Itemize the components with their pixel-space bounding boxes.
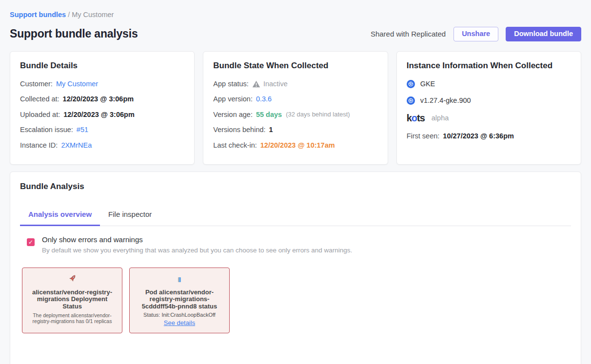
uploaded-at-label: Uploaded at: bbox=[20, 111, 60, 118]
kots-logo: kots bbox=[407, 113, 425, 123]
bundle-details-card: Bundle Details Customer: My Customer Col… bbox=[10, 51, 195, 165]
instance-id-label: Instance ID: bbox=[20, 141, 58, 149]
last-checkin-row: Last check-in: 12/20/2023 @ 10:17am bbox=[213, 141, 377, 149]
distribution-row: GKE bbox=[407, 80, 571, 88]
bundle-state-card: Bundle State When Collected App status: … bbox=[203, 51, 388, 165]
app-version-row: App version: 0.3.6 bbox=[213, 95, 377, 103]
versions-behind-value: 1 bbox=[269, 126, 273, 134]
filter-description: By default we show you everything that w… bbox=[42, 247, 352, 254]
version-age-note: (32 days behind latest) bbox=[286, 111, 350, 118]
instance-info-title: Instance Information When Collected bbox=[407, 61, 571, 71]
analyzer-card-pod-status[interactable]: Pod alicenstar/vendor-registry-migration… bbox=[129, 268, 230, 333]
version-age-row: Version age: 55 days (32 days behind lat… bbox=[213, 111, 377, 118]
support-bundle-analysis-page: Support bundles/My Customer Support bund… bbox=[0, 0, 591, 364]
versions-behind-label: Versions behind: bbox=[213, 126, 265, 134]
summary-cards-row: Bundle Details Customer: My Customer Col… bbox=[10, 51, 581, 165]
download-bundle-button[interactable]: Download bundle bbox=[506, 27, 581, 41]
escalation-issue-link[interactable]: #51 bbox=[77, 126, 88, 134]
bundle-analysis-title: Bundle Analysis bbox=[20, 182, 571, 192]
analyzer-card-status: Status: Init:CrashLoopBackOff bbox=[136, 312, 223, 318]
instance-id-row: Instance ID: 2XMrNEa bbox=[20, 141, 184, 149]
version-age-label: Version age: bbox=[213, 111, 253, 118]
errors-filter-row: ✓ Only show errors and warnings By defau… bbox=[20, 235, 571, 254]
only-errors-checkbox[interactable]: ✓ bbox=[27, 238, 35, 246]
customer-link[interactable]: My Customer bbox=[56, 80, 98, 88]
instance-id-link[interactable]: 2XMrNEa bbox=[61, 141, 92, 149]
first-seen-value: 10/27/2023 @ 6:36pm bbox=[443, 132, 514, 140]
app-version-link[interactable]: 0.3.6 bbox=[256, 95, 272, 103]
app-version-label: App version: bbox=[213, 95, 253, 103]
page-title: Support bundle analysis bbox=[10, 27, 138, 40]
uploaded-at-value: 12/20/2023 @ 3:06pm bbox=[63, 111, 135, 118]
last-checkin-value: 12/20/2023 @ 10:17am bbox=[260, 141, 335, 149]
first-seen-row: First seen: 10/27/2023 @ 6:36pm bbox=[407, 132, 571, 140]
filter-label: Only show errors and warnings bbox=[42, 235, 352, 244]
tab-analysis-overview[interactable]: Analysis overview bbox=[20, 207, 100, 226]
analyzer-card-description: The deployment alicenstar/vendor-registr… bbox=[28, 312, 116, 325]
k8s-version-row: v1.27.4-gke.900 bbox=[407, 96, 571, 105]
header-actions: Shared with Replicated Unshare Download … bbox=[371, 27, 581, 41]
customer-row: Customer: My Customer bbox=[20, 80, 184, 88]
filter-text-block: Only show errors and warnings By default… bbox=[42, 235, 352, 254]
version-age-value: 55 days bbox=[256, 111, 282, 118]
tab-file-inspector[interactable]: File inspector bbox=[100, 207, 160, 226]
app-status-label: App status: bbox=[213, 80, 249, 88]
first-seen-label: First seen: bbox=[407, 132, 440, 140]
versions-behind-row: Versions behind: 1 bbox=[213, 126, 377, 134]
customer-label: Customer: bbox=[20, 80, 53, 88]
kots-channel: alpha bbox=[432, 114, 449, 122]
collected-at-row: Collected at: 12/20/2023 @ 3:06pm bbox=[20, 95, 184, 103]
shared-status-text: Shared with Replicated bbox=[371, 30, 446, 38]
bundle-analysis-card: Bundle Analysis Analysis overview File i… bbox=[10, 172, 581, 364]
k8s-version-value: v1.27.4-gke.900 bbox=[420, 96, 471, 104]
breadcrumb-separator: / bbox=[68, 11, 70, 19]
breadcrumb-current: My Customer bbox=[72, 11, 114, 19]
analysis-tabs: Analysis overview File inspector bbox=[20, 207, 571, 226]
analyzer-results: alicenstar/vendor-registry-migrations De… bbox=[20, 268, 571, 333]
uploaded-at-row: Uploaded at: 12/20/2023 @ 3:06pm bbox=[20, 111, 184, 118]
page-header: Support bundle analysis Shared with Repl… bbox=[10, 27, 581, 41]
rocket-icon bbox=[68, 274, 77, 285]
escalation-issue-label: Escalation issue: bbox=[20, 126, 73, 134]
see-details-link[interactable]: See details bbox=[164, 319, 195, 326]
broken-image-icon bbox=[178, 277, 181, 282]
bundle-state-title: Bundle State When Collected bbox=[213, 61, 377, 71]
collected-at-label: Collected at: bbox=[20, 95, 59, 103]
warning-triangle-icon bbox=[252, 80, 260, 88]
analyzer-card-deployment-status[interactable]: alicenstar/vendor-registry-migrations De… bbox=[22, 268, 122, 333]
unshare-button[interactable]: Unshare bbox=[453, 27, 498, 41]
last-checkin-label: Last check-in: bbox=[213, 141, 256, 149]
instance-info-card: Instance Information When Collected GKE … bbox=[396, 51, 581, 165]
analyzer-card-title: Pod alicenstar/vendor-registry-migration… bbox=[136, 289, 223, 310]
breadcrumb-support-bundles-link[interactable]: Support bundles bbox=[10, 11, 66, 19]
bundle-details-title: Bundle Details bbox=[20, 61, 184, 71]
analyzer-card-title: alicenstar/vendor-registry-migrations De… bbox=[28, 289, 116, 310]
kubernetes-distribution-icon bbox=[407, 80, 415, 88]
collected-at-value: 12/20/2023 @ 3:06pm bbox=[63, 95, 134, 103]
kubernetes-version-icon bbox=[407, 96, 415, 105]
distribution-value: GKE bbox=[420, 80, 435, 88]
breadcrumb: Support bundles/My Customer bbox=[10, 11, 581, 19]
escalation-issue-row: Escalation issue: #51 bbox=[20, 126, 184, 134]
kots-row: kots alpha bbox=[407, 113, 571, 123]
app-status-row: App status: Inactive bbox=[213, 80, 377, 88]
app-status-value: Inactive bbox=[263, 80, 288, 88]
